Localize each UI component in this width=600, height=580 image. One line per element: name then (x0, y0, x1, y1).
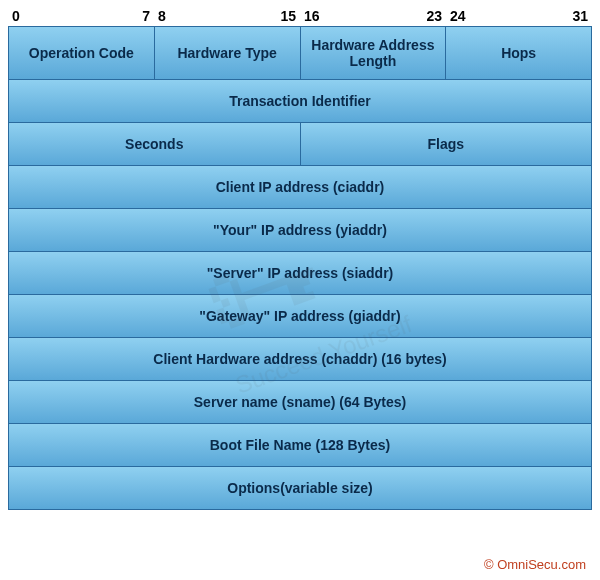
packet-field: "Your" IP address (yiaddr) (8, 209, 592, 251)
bit-segment-2: 16 23 (300, 8, 446, 24)
packet-field: "Server" IP address (siaddr) (8, 252, 592, 294)
packet-field: Operation Code (8, 27, 155, 79)
bit-label: 23 (426, 8, 442, 24)
packet-field: Hops (446, 27, 592, 79)
packet-row: Client Hardware address (chaddr) (16 byt… (8, 338, 592, 381)
packet-row: Boot File Name (128 Bytes) (8, 424, 592, 467)
packet-row: Server name (sname) (64 Bytes) (8, 381, 592, 424)
bit-label: 0 (12, 8, 20, 24)
bit-segment-1: 8 15 (154, 8, 300, 24)
bit-label: 31 (572, 8, 588, 24)
packet-field: Hardware Type (155, 27, 301, 79)
packet-format-diagram: Operation CodeHardware TypeHardware Addr… (8, 26, 592, 510)
packet-row: Client IP address (ciaddr) (8, 166, 592, 209)
packet-field: Server name (sname) (64 Bytes) (8, 381, 592, 423)
packet-row: "Your" IP address (yiaddr) (8, 209, 592, 252)
packet-row: Operation CodeHardware TypeHardware Addr… (8, 26, 592, 80)
packet-field: Boot File Name (128 Bytes) (8, 424, 592, 466)
packet-row: Transaction Identifier (8, 80, 592, 123)
packet-field: Seconds (8, 123, 301, 165)
packet-row: "Server" IP address (siaddr) (8, 252, 592, 295)
bit-label: 15 (280, 8, 296, 24)
packet-field: Transaction Identifier (8, 80, 592, 122)
packet-row: Options(variable size) (8, 467, 592, 510)
bit-segment-0: 0 7 (8, 8, 154, 24)
bit-label: 8 (158, 8, 166, 24)
bit-ruler: 0 7 8 15 16 23 24 31 (8, 8, 592, 24)
packet-field: Flags (301, 123, 593, 165)
packet-row: "Gateway" IP address (giaddr) (8, 295, 592, 338)
packet-field: "Gateway" IP address (giaddr) (8, 295, 592, 337)
packet-row: SecondsFlags (8, 123, 592, 166)
packet-field: Options(variable size) (8, 467, 592, 509)
packet-field: Client Hardware address (chaddr) (16 byt… (8, 338, 592, 380)
packet-field: Hardware Address Length (301, 27, 447, 79)
bit-label: 7 (142, 8, 150, 24)
bit-label: 16 (304, 8, 320, 24)
bit-segment-3: 24 31 (446, 8, 592, 24)
packet-field: Client IP address (ciaddr) (8, 166, 592, 208)
copyright-text: © OmniSecu.com (484, 557, 586, 572)
bit-label: 24 (450, 8, 466, 24)
